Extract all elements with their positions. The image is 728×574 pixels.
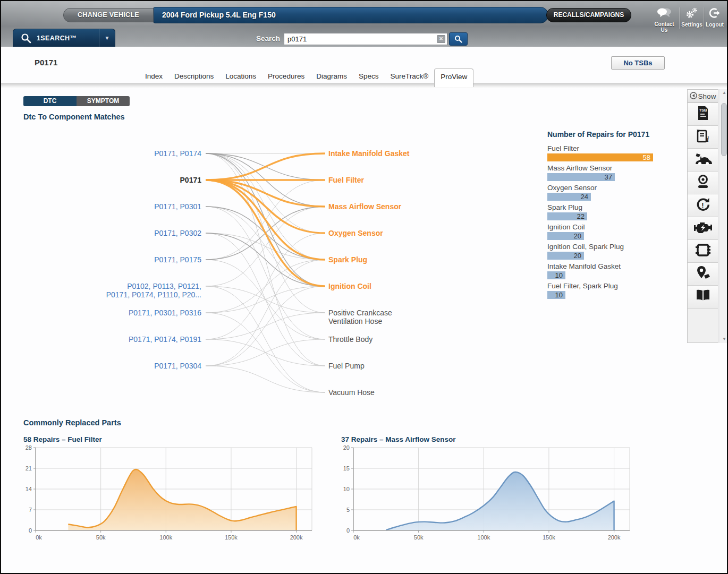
repair-info-button[interactable]: i (688, 126, 718, 149)
search-label: Search (235, 35, 280, 42)
repair-bar-row[interactable]: Fuel Filter58 (547, 144, 662, 161)
tab-locations[interactable]: Locations (219, 68, 262, 84)
repair-bar-label: Intake Manifold Gasket (547, 262, 662, 271)
svg-text:10: 10 (343, 486, 350, 492)
scroll-up-arrow-icon[interactable]: ▲ (720, 89, 728, 97)
svg-text:0k: 0k (353, 534, 360, 541)
repair-bar-row[interactable]: Spark Plug22 (547, 203, 662, 220)
svg-text:50k: 50k (96, 534, 106, 541)
svg-text:i: i (707, 135, 709, 143)
tab-index[interactable]: Index (139, 68, 168, 84)
tsb-button[interactable]: TSB (688, 103, 718, 126)
chat-bubbles-icon (656, 11, 672, 20)
repair-bar-row[interactable]: Oxygen Sensor24 (547, 183, 662, 201)
tab-suretrack[interactable]: SureTrack® (384, 68, 434, 84)
tab-descriptions[interactable]: Descriptions (168, 68, 219, 84)
sankey-dtc-label[interactable]: P0171, P0304 (154, 362, 201, 370)
sankey-component-label[interactable]: Throttle Body (328, 335, 373, 344)
sankey-component-label[interactable]: Spark Plug (328, 255, 367, 264)
repair-bar-row[interactable]: Fuel Filter, Spark Plug10 (547, 281, 662, 299)
sankey-component-label[interactable]: Mass Airflow Sensor (328, 202, 401, 211)
contact-us-button[interactable]: Contact Us (652, 7, 676, 33)
clear-search-icon[interactable]: ✕ (437, 35, 445, 43)
settings-button[interactable]: Settings (681, 7, 702, 28)
repair-bar-row[interactable]: Ignition Coil20 (547, 222, 662, 240)
repair-bar-row[interactable]: Ignition Coil, Spark Plug20 (547, 242, 662, 260)
sankey-component-label[interactable]: Fuel Pump (328, 362, 365, 370)
svg-text:14: 14 (26, 486, 32, 492)
tab-procedures[interactable]: Procedures (262, 68, 310, 84)
vehicle-title-bar: 2004 Ford Pickup 5.4L Eng F150 (153, 7, 548, 23)
reset-warning-icon: ! (695, 196, 711, 215)
maf-sensor-chart: 37 Repairs – Mass Airflow Sensor 0510152… (341, 435, 632, 559)
search-input[interactable] (284, 33, 447, 45)
header-divider (679, 7, 680, 29)
svg-text:150k: 150k (225, 534, 238, 541)
sankey-component-label[interactable]: Positive CrankcaseVentilation Hose (328, 309, 392, 325)
onesearch-menu-button[interactable]: 1SEARCH™ ▼ (13, 29, 115, 47)
svg-text:0k: 0k (36, 534, 42, 541)
location-pin-button[interactable] (688, 263, 718, 286)
sankey-dtc-label[interactable]: P0171, P0175 (154, 255, 201, 264)
svg-text:0: 0 (29, 527, 32, 534)
svg-text:100k: 100k (159, 534, 172, 541)
tab-proview[interactable]: ProView (434, 68, 473, 87)
gasket-icon (695, 242, 712, 260)
sankey-dtc-label[interactable]: P0171, P0301 (154, 202, 201, 211)
engine-button[interactable] (688, 217, 718, 240)
sankey-component-label[interactable]: Vacuum Hose (328, 388, 375, 397)
sankey-link (206, 207, 325, 339)
repair-info-icon: i (695, 128, 711, 146)
vertical-scrollbar[interactable]: ▲ ▼ (719, 89, 728, 343)
sankey-dtc-label[interactable]: P0171, P0302 (154, 229, 201, 237)
commonly-replaced-title: Commonly Replaced Parts (23, 418, 121, 427)
toggle-dtc[interactable]: DTC (23, 96, 77, 106)
sankey-link (206, 180, 325, 286)
gasket-button[interactable] (688, 240, 718, 263)
repair-bar-row[interactable]: Intake Manifold Gasket10 (547, 262, 662, 279)
logout-button[interactable]: Logout (704, 7, 726, 28)
sankey-component-label[interactable]: Ignition Coil (328, 282, 371, 290)
repair-bar: 58 (547, 153, 653, 161)
svg-text:200k: 200k (608, 534, 621, 541)
sankey-component-label[interactable]: Oxygen Sensor (328, 229, 383, 237)
book-button[interactable] (688, 286, 718, 309)
tire-button[interactable] (688, 172, 718, 194)
repair-bar: 20 (547, 252, 584, 260)
app-window: CHANGE VEHICLE 2004 Ford Pickup 5.4L Eng… (0, 0, 728, 574)
scroll-down-arrow-icon[interactable]: ▼ (720, 336, 728, 343)
sankey-link (206, 286, 325, 366)
sankey-component-label[interactable]: Intake Manifold Gasket (328, 149, 409, 158)
sankey-dtc-label[interactable]: P0171, P0174, P0191 (129, 335, 201, 344)
chevron-down-icon: ▼ (99, 29, 115, 47)
svg-text:15: 15 (343, 465, 350, 472)
search-submit-button[interactable] (449, 32, 468, 46)
sankey-link (206, 233, 325, 286)
svg-text:150k: 150k (543, 534, 555, 541)
change-vehicle-button[interactable]: CHANGE VEHICLE (63, 8, 154, 22)
repair-bar: 22 (547, 212, 587, 220)
no-tsbs-button[interactable]: No TSBs (611, 56, 665, 70)
logout-icon (708, 11, 721, 20)
svg-text:5: 5 (346, 507, 350, 513)
recalls-campaigns-button[interactable]: RECALLS/CAMPAIGNS (546, 8, 631, 22)
tab-strip (1, 83, 727, 88)
sankey-dtc-label[interactable]: P0171 (180, 176, 201, 184)
car-fluids-button[interactable] (688, 149, 718, 172)
svg-text:50k: 50k (414, 534, 424, 541)
sankey-component-label[interactable]: Fuel Filter (328, 176, 364, 184)
tab-specs[interactable]: Specs (353, 68, 385, 84)
reset-warning-button[interactable]: ! (688, 194, 718, 217)
sankey-dtc-label[interactable]: P0171, P0301, P0316 (129, 309, 201, 317)
sankey-link (206, 260, 325, 366)
show-panel-button[interactable]: Show (688, 90, 718, 103)
sankey-dtc-label[interactable]: P0171, P0174 (154, 149, 201, 158)
sankey-dtc-label[interactable]: P0102, P0113, P0121,P0171, P0174, P1110,… (106, 282, 201, 299)
toggle-symptom[interactable]: SYMPTOM (77, 96, 130, 106)
scrollbar-thumb[interactable] (721, 103, 727, 156)
tab-diagrams[interactable]: Diagrams (310, 68, 353, 84)
svg-text:100k: 100k (477, 534, 490, 541)
repair-bar-label: Fuel Filter, Spark Plug (547, 281, 662, 290)
search-icon (21, 33, 31, 44)
repair-bar-row[interactable]: Mass Airflow Sensor37 (547, 164, 662, 181)
